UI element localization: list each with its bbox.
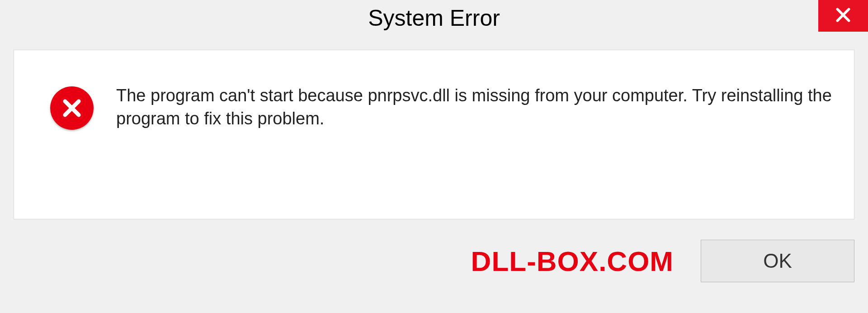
content-panel: The program can't start because pnrpsvc.… (14, 50, 854, 219)
ok-button[interactable]: OK (701, 240, 854, 282)
watermark-text: DLL-BOX.COM (471, 245, 674, 277)
error-icon (50, 86, 94, 130)
error-dialog: System Error The program can't start bec… (0, 0, 868, 313)
dialog-footer: DLL-BOX.COM OK (14, 240, 854, 282)
titlebar: System Error (0, 0, 868, 36)
dialog-title: System Error (368, 5, 500, 31)
close-button[interactable] (818, 0, 868, 32)
close-icon (835, 6, 852, 25)
error-message: The program can't start because pnrpsvc.… (116, 84, 836, 131)
